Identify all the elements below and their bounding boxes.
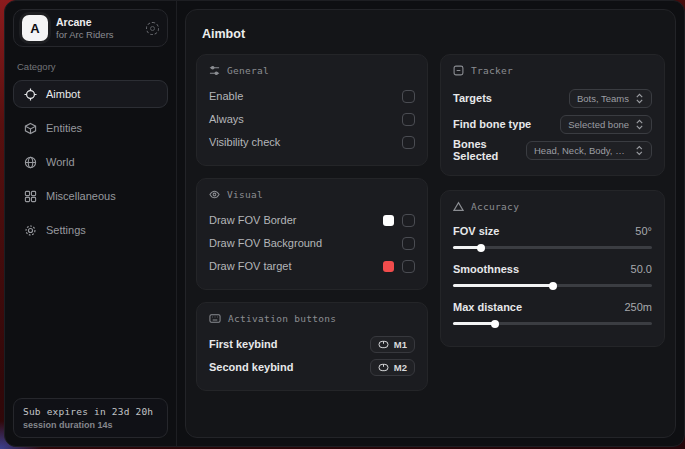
- setting-row-enable: Enable: [209, 85, 415, 107]
- globe-icon: [24, 156, 37, 169]
- select-value: Selected bone: [568, 119, 629, 130]
- page-title: Aimbot: [202, 27, 659, 41]
- fov-border-color-swatch[interactable]: [383, 215, 394, 226]
- chevrons-up-down-icon: [635, 145, 644, 156]
- visual-card: Visual Draw FOV Border Draw FOV Backgrou…: [196, 178, 428, 290]
- brand-card: A Arcane for Arc Riders: [13, 9, 168, 47]
- sidebar-item-label: Aimbot: [46, 88, 80, 100]
- triangle-icon: [453, 201, 464, 212]
- second-keybind-button[interactable]: M2: [370, 359, 415, 376]
- fov-background-checkbox[interactable]: [402, 237, 415, 250]
- row-label: Draw FOV Border: [209, 214, 296, 226]
- sidebar-item-label: Settings: [46, 224, 86, 236]
- general-card: General Enable Always Visibility check: [196, 54, 428, 166]
- find-bone-type-select[interactable]: Selected bone: [560, 115, 652, 134]
- slider-thumb[interactable]: [491, 320, 499, 328]
- slider-fill: [453, 322, 495, 325]
- setting-row-second-keybind: Second keybind M2: [209, 356, 415, 378]
- sliders-icon: [209, 65, 220, 76]
- row-label: Visibility check: [209, 136, 280, 148]
- keybind-value: M1: [394, 339, 407, 350]
- crosshair-icon: [24, 88, 37, 101]
- targets-select[interactable]: Bots, Teams: [569, 89, 652, 108]
- sidebar-item-settings[interactable]: Settings: [13, 216, 168, 244]
- always-checkbox[interactable]: [402, 113, 415, 126]
- activation-card: Activation buttons First keybind M1 Seco…: [196, 302, 428, 391]
- row-label: Always: [209, 113, 244, 125]
- sidebar-item-label: Entities: [46, 122, 82, 134]
- right-column: Tracker Targets Bots, Teams Find bone ty…: [440, 54, 665, 347]
- sub-expiry-text: Sub expires in 23d 20h: [23, 406, 158, 417]
- tracker-title: Tracker: [471, 65, 513, 76]
- row-label: Draw FOV Background: [209, 237, 322, 249]
- app-name: Arcane: [56, 16, 138, 29]
- row-label: FOV size: [453, 225, 499, 237]
- enable-checkbox[interactable]: [402, 90, 415, 103]
- chevrons-up-down-icon: [635, 119, 644, 130]
- keyboard-icon: [209, 313, 221, 324]
- sidebar-nav: Aimbot Entities World Miscellaneous Sett…: [13, 80, 168, 244]
- smoothness-slider[interactable]: [453, 284, 652, 287]
- setting-row-bones-selected: Bones Selected Head, Neck, Body, Fe...: [453, 137, 652, 163]
- setting-row-always: Always: [209, 108, 415, 130]
- session-duration-text: session duration 14s: [23, 420, 158, 430]
- fov-target-checkbox[interactable]: [402, 260, 415, 273]
- setting-row-fov-target: Draw FOV target: [209, 255, 415, 277]
- subscription-box: Sub expires in 23d 20h session duration …: [13, 398, 168, 438]
- app-subtitle: for Arc Riders: [56, 29, 138, 40]
- select-value: Head, Neck, Body, Fe...: [534, 145, 629, 156]
- category-label: Category: [17, 61, 164, 72]
- slider-value: 250m: [624, 301, 652, 313]
- fov-target-color-swatch[interactable]: [383, 261, 394, 272]
- fov-size-slider[interactable]: [453, 246, 652, 249]
- row-label: Find bone type: [453, 118, 531, 130]
- content-panel: Aimbot General Enable Alw: [185, 9, 676, 438]
- cube-icon: [24, 122, 37, 135]
- sidebar-item-aimbot[interactable]: Aimbot: [13, 80, 168, 108]
- sidebar-item-world[interactable]: World: [13, 148, 168, 176]
- sidebar-item-label: Miscellaneous: [46, 190, 116, 202]
- grid-icon: [24, 190, 37, 203]
- slider-value: 50.0: [631, 263, 652, 275]
- fov-border-checkbox[interactable]: [402, 214, 415, 227]
- smoothness-group: Smoothness 50.0: [453, 259, 652, 287]
- row-label: Draw FOV target: [209, 260, 292, 272]
- fov-size-group: FOV size 50°: [453, 221, 652, 249]
- setting-row-targets: Targets Bots, Teams: [453, 85, 652, 111]
- row-label: Enable: [209, 90, 243, 102]
- slider-thumb[interactable]: [477, 244, 485, 252]
- bones-selected-select[interactable]: Head, Neck, Body, Fe...: [526, 141, 652, 160]
- setting-row-first-keybind: First keybind M1: [209, 333, 415, 355]
- keybind-value: M2: [394, 362, 407, 373]
- visibility-check-checkbox[interactable]: [402, 136, 415, 149]
- main-region: Aimbot General Enable Alw: [177, 1, 684, 446]
- row-label: Max distance: [453, 301, 522, 313]
- sidebar-item-miscellaneous[interactable]: Miscellaneous: [13, 182, 168, 210]
- accuracy-title: Accuracy: [471, 201, 519, 212]
- sidebar-item-entities[interactable]: Entities: [13, 114, 168, 142]
- row-label: Second keybind: [209, 361, 293, 373]
- sync-icon[interactable]: [146, 22, 159, 35]
- app-window: A Arcane for Arc Riders Category Aimbot …: [4, 0, 685, 447]
- left-column: General Enable Always Visibility check: [196, 54, 428, 391]
- setting-row-visibility-check: Visibility check: [209, 131, 415, 153]
- setting-row-fov-background: Draw FOV Background: [209, 232, 415, 254]
- slider-fill: [453, 284, 553, 287]
- sidebar-spacer: [13, 244, 168, 398]
- max-distance-group: Max distance 250m: [453, 297, 652, 325]
- setting-row-find-bone-type: Find bone type Selected bone: [453, 111, 652, 137]
- slider-thumb[interactable]: [549, 282, 557, 290]
- first-keybind-button[interactable]: M1: [370, 336, 415, 353]
- eye-icon: [209, 189, 220, 200]
- setting-row-fov-border: Draw FOV Border: [209, 209, 415, 231]
- row-label: Bones Selected: [453, 138, 526, 162]
- general-title: General: [227, 65, 269, 76]
- visual-title: Visual: [227, 189, 263, 200]
- brand-text: Arcane for Arc Riders: [56, 16, 138, 40]
- slider-value: 50°: [635, 225, 652, 237]
- select-value: Bots, Teams: [577, 93, 629, 104]
- mouse-icon: [378, 363, 389, 372]
- max-distance-slider[interactable]: [453, 322, 652, 325]
- square-minus-icon: [453, 65, 464, 76]
- sidebar-item-label: World: [46, 156, 75, 168]
